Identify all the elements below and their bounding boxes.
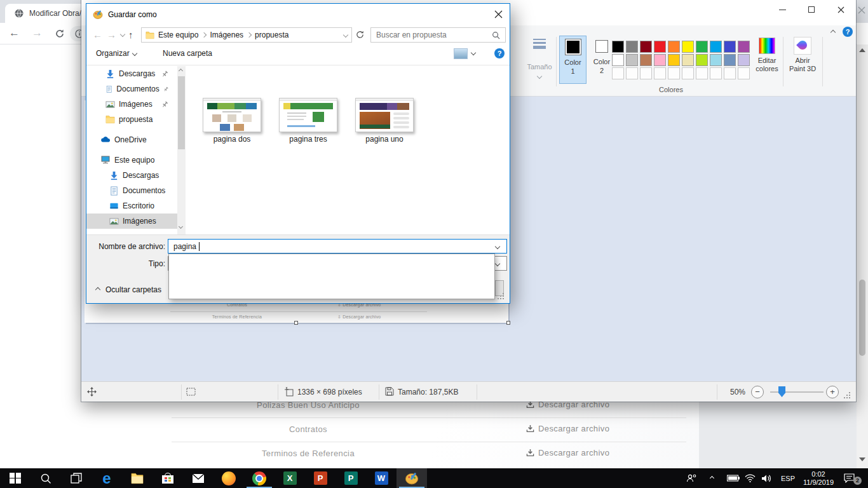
partial-button[interactable] xyxy=(495,280,504,296)
taskbar-publisher-icon[interactable]: P xyxy=(336,468,366,488)
palette-empty-slot[interactable] xyxy=(626,67,638,79)
volume-tray-icon[interactable] xyxy=(761,468,772,488)
zoom-out-button[interactable]: − xyxy=(751,386,764,398)
palette-swatch[interactable] xyxy=(626,41,638,53)
sidebar-item-descargas-pc[interactable]: Descargas xyxy=(86,168,177,183)
sidebar-item-imagenes[interactable]: Imágenes xyxy=(86,97,177,112)
dialog-resize-grip[interactable] xyxy=(503,298,504,299)
zoom-slider-track[interactable] xyxy=(770,391,824,393)
start-button[interactable] xyxy=(0,468,31,488)
palette-empty-slot[interactable] xyxy=(696,67,708,79)
taskbar-mail-icon[interactable] xyxy=(183,468,214,488)
breadcrumb-item[interactable]: propuesta xyxy=(255,30,288,39)
palette-empty-slot[interactable] xyxy=(738,67,750,79)
minimize-button[interactable] xyxy=(768,0,797,19)
palette-swatch[interactable] xyxy=(724,54,736,66)
file-thumbnail-pagina-dos[interactable] xyxy=(203,98,261,132)
nav-forward-icon[interactable]: → xyxy=(107,27,116,43)
forward-icon[interactable]: → xyxy=(32,27,43,39)
search-input[interactable] xyxy=(376,30,484,39)
sidebar-item-este-equipo[interactable]: Este equipo xyxy=(86,152,177,168)
file-thumbnail-pagina-uno[interactable] xyxy=(355,98,414,132)
scroll-up-icon[interactable] xyxy=(859,48,865,52)
back-icon[interactable]: ← xyxy=(9,27,20,39)
scrollbar-thumb[interactable] xyxy=(178,76,185,149)
browser-close-icon[interactable] xyxy=(858,6,865,14)
size-button[interactable]: Tamaño xyxy=(526,36,553,86)
filename-suggestions-popup[interactable] xyxy=(168,254,495,299)
palette-swatch[interactable] xyxy=(654,54,666,66)
color2-button[interactable]: Color 2 xyxy=(590,36,614,84)
view-mode-icon[interactable] xyxy=(454,48,468,59)
open-paint3d-button[interactable]: Abrir Paint 3D xyxy=(787,36,818,85)
nav-up-icon[interactable]: ↑ xyxy=(128,27,133,43)
nav-history-icon[interactable] xyxy=(120,32,125,37)
palette-empty-slot[interactable] xyxy=(682,67,694,79)
palette-swatch[interactable] xyxy=(738,41,750,53)
file-name-label[interactable]: pagina uno xyxy=(355,135,414,144)
edit-colors-button[interactable]: Editar colores xyxy=(752,36,782,85)
clock[interactable]: 0:02 11/9/2019 xyxy=(798,468,839,488)
taskbar-store-icon[interactable] xyxy=(153,468,183,488)
breadcrumb-item[interactable]: Este equipo xyxy=(158,30,198,39)
canvas-resize-handle-bottom[interactable] xyxy=(294,321,298,325)
task-view-button[interactable] xyxy=(61,468,92,488)
palette-swatch[interactable] xyxy=(668,41,680,53)
scrollbar-thumb[interactable] xyxy=(859,280,865,356)
scroll-up-icon[interactable] xyxy=(179,69,183,73)
palette-swatch[interactable] xyxy=(640,54,652,66)
taskbar-file-explorer-icon[interactable] xyxy=(122,468,153,488)
file-name-label[interactable]: pagina dos xyxy=(203,135,261,144)
address-dropdown-icon[interactable] xyxy=(343,32,348,37)
palette-swatch[interactable] xyxy=(654,41,666,53)
palette-swatch[interactable] xyxy=(612,41,624,53)
palette-swatch[interactable] xyxy=(710,54,722,66)
taskbar-chrome-icon[interactable] xyxy=(244,468,275,488)
show-hidden-icons-button[interactable] xyxy=(710,468,714,488)
close-button[interactable] xyxy=(826,0,855,19)
taskbar-powerpoint-icon[interactable]: P xyxy=(305,468,336,488)
reload-icon[interactable] xyxy=(55,29,65,39)
palette-empty-slot[interactable] xyxy=(710,67,722,79)
palette-swatch[interactable] xyxy=(696,41,708,53)
palette-empty-slot[interactable] xyxy=(640,67,652,79)
canvas-resize-handle-corner[interactable] xyxy=(506,321,510,325)
address-bar[interactable]: Este equipo Imágenes propuesta xyxy=(141,27,352,43)
palette-empty-slot[interactable] xyxy=(654,67,666,79)
filename-input[interactable]: pagina xyxy=(168,239,507,254)
browser-scrollbar[interactable] xyxy=(857,44,868,468)
palette-swatch[interactable] xyxy=(696,54,708,66)
sidebar-item-propuesta[interactable]: propuesta xyxy=(86,112,177,127)
hide-folders-button[interactable]: Ocultar carpetas xyxy=(96,285,161,294)
taskbar-paint-icon[interactable] xyxy=(397,468,427,488)
breadcrumb-item[interactable]: Imágenes xyxy=(210,30,243,39)
palette-swatch[interactable] xyxy=(668,54,680,66)
maximize-button[interactable] xyxy=(797,0,826,19)
collapse-ribbon-icon[interactable] xyxy=(831,30,836,35)
refresh-button[interactable] xyxy=(355,30,365,39)
taskbar-edge-icon[interactable]: e xyxy=(92,468,122,488)
view-dropdown-icon[interactable] xyxy=(471,50,476,55)
filename-dropdown-icon[interactable] xyxy=(495,244,500,249)
action-center-button[interactable]: 2 xyxy=(844,468,855,488)
window-resize-grip[interactable] xyxy=(849,397,850,398)
palette-empty-slot[interactable] xyxy=(668,67,680,79)
new-folder-button[interactable]: Nueva carpeta xyxy=(163,49,212,58)
scroll-down-icon[interactable] xyxy=(179,224,183,229)
taskbar-firefox-icon[interactable] xyxy=(214,468,244,488)
palette-empty-slot[interactable] xyxy=(724,67,736,79)
taskbar-excel-icon[interactable]: X xyxy=(275,468,305,488)
nav-back-icon[interactable]: ← xyxy=(93,27,102,43)
sidebar-item-descargas[interactable]: Descargas xyxy=(86,66,177,81)
taskbar-search-button[interactable] xyxy=(31,468,61,488)
sidebar-item-documentos-pc[interactable]: Documentos xyxy=(86,183,177,198)
palette-swatch[interactable] xyxy=(640,41,652,53)
palette-swatch[interactable] xyxy=(724,41,736,53)
color1-button[interactable]: Color 1 xyxy=(559,36,587,84)
palette-swatch[interactable] xyxy=(682,41,694,53)
file-thumbnail-pagina-tres[interactable] xyxy=(279,98,337,132)
palette-swatch[interactable] xyxy=(710,41,722,53)
scroll-down-icon[interactable] xyxy=(859,458,865,461)
sidebar-scrollbar[interactable] xyxy=(177,66,186,234)
help-icon[interactable]: ? xyxy=(843,27,853,37)
